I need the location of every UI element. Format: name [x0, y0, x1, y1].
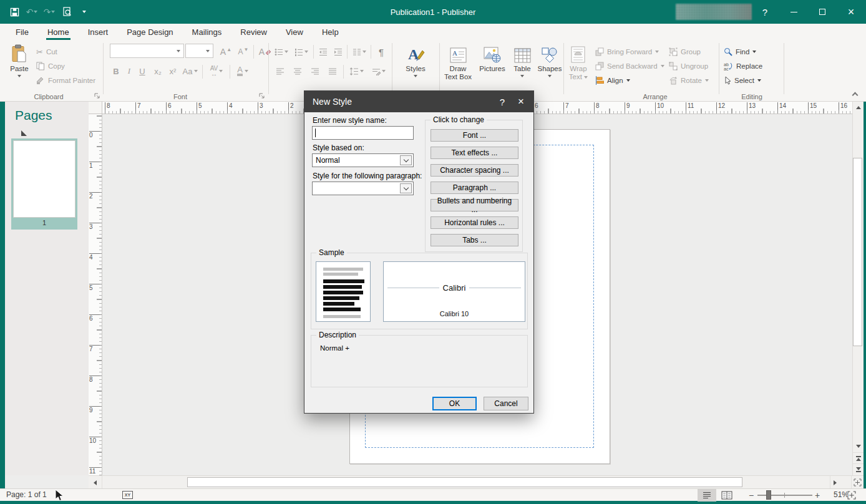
bullets-button[interactable] — [273, 44, 289, 59]
horizontal-rules-button[interactable]: Horizontal rules ... — [431, 216, 518, 229]
character-spacing-button[interactable]: AV↔ — [206, 64, 227, 79]
align-right-button[interactable] — [308, 64, 322, 79]
following-paragraph-combobox[interactable] — [312, 182, 414, 195]
paragraph-button[interactable]: Paragraph ... — [431, 182, 518, 194]
tab-page-design[interactable]: Page Design — [117, 24, 182, 40]
font-dialog-launcher[interactable] — [258, 92, 265, 99]
table-button[interactable]: Table — [510, 42, 534, 77]
tab-home[interactable]: Home — [38, 24, 79, 40]
underline-button[interactable]: U — [136, 64, 148, 79]
clear-formatting-button[interactable]: A — [257, 44, 273, 59]
font-button[interactable]: Font ... — [431, 129, 518, 142]
style-based-on-combobox[interactable]: Normal — [312, 153, 414, 167]
scroll-left-button[interactable] — [89, 476, 102, 489]
align-left-button[interactable] — [273, 64, 287, 79]
page-indicator[interactable]: Page: 1 of 1 — [6, 490, 47, 499]
show-paragraph-marks-button[interactable]: ¶ — [374, 44, 388, 59]
shrink-font-button[interactable]: A▼ — [236, 44, 251, 59]
tab-review[interactable]: Review — [231, 24, 276, 40]
tab-view[interactable]: View — [276, 24, 313, 40]
scroll-up-button[interactable] — [853, 102, 864, 114]
ungroup-button[interactable]: Ungroup — [669, 59, 708, 73]
customize-qat-button[interactable] — [76, 3, 92, 21]
font-size-combobox[interactable] — [185, 44, 213, 58]
clipboard-dialog-launcher[interactable] — [94, 92, 100, 99]
scroll-down-button[interactable] — [853, 440, 864, 452]
grow-font-button[interactable]: A▲ — [218, 44, 233, 59]
tab-help[interactable]: Help — [313, 24, 348, 40]
object-position-icon[interactable]: XY — [122, 491, 133, 499]
columns-button[interactable] — [351, 44, 368, 59]
vertical-ruler[interactable]: 01234567891011 — [89, 114, 102, 475]
rotate-button[interactable]: Rotate — [669, 74, 709, 87]
send-backward-button[interactable]: Send Backward — [595, 59, 664, 73]
combobox-dropdown-button[interactable] — [400, 183, 412, 193]
find-button[interactable]: Find — [724, 45, 756, 59]
align-button[interactable]: Align — [595, 74, 630, 87]
line-spacing-button[interactable] — [347, 64, 366, 79]
dialog-close-button[interactable]: × — [511, 91, 531, 112]
paragraph-shading-button[interactable] — [369, 64, 388, 79]
subscript-button[interactable]: x₂ — [151, 64, 165, 79]
tab-insert[interactable]: Insert — [79, 24, 118, 40]
copy-button[interactable]: Copy — [36, 59, 65, 73]
two-page-spread-view-button[interactable] — [718, 489, 736, 502]
group-button[interactable]: Group — [669, 45, 701, 59]
shapes-button[interactable]: Shapes — [535, 42, 564, 77]
styles-button[interactable]: A Styles — [398, 42, 433, 77]
decrease-indent-button[interactable] — [317, 44, 329, 59]
ok-button[interactable]: OK — [432, 397, 477, 410]
draw-text-box-button[interactable]: A Draw Text Box — [442, 42, 474, 81]
maximize-button[interactable] — [808, 0, 837, 24]
tabs-button[interactable]: Tabs ... — [431, 234, 518, 246]
cut-button[interactable]: ✂Cut — [36, 45, 57, 59]
tab-file[interactable]: File — [6, 24, 38, 40]
combobox-dropdown-button[interactable] — [400, 155, 412, 165]
bullets-and-numbering-button[interactable]: Bullets and numbering ... — [431, 199, 518, 211]
font-color-button[interactable]: A — [233, 64, 252, 79]
zoom-slider-thumb[interactable] — [766, 490, 771, 500]
justify-button[interactable] — [326, 64, 339, 79]
numbering-button[interactable] — [293, 44, 309, 59]
zoom-out-button[interactable]: − — [746, 490, 756, 500]
change-case-button[interactable]: Aa — [181, 64, 200, 79]
fit-page-corner-button[interactable] — [851, 476, 864, 489]
bring-forward-button[interactable]: Bring Forward — [595, 45, 659, 59]
wrap-text-button[interactable]: Wrap Text — [565, 42, 591, 81]
superscript-button[interactable]: x² — [166, 64, 180, 79]
dialog-help-button[interactable]: ? — [492, 91, 512, 112]
format-painter-button[interactable]: Format Painter — [36, 74, 95, 87]
next-page-button[interactable] — [853, 463, 864, 475]
align-center-button[interactable] — [291, 64, 304, 79]
replace-button[interactable]: abac Replace — [724, 59, 762, 73]
minimize-button[interactable] — [779, 0, 808, 24]
fit-page-button[interactable] — [841, 490, 862, 501]
close-button[interactable]: × — [837, 0, 865, 24]
horizontal-scroll-thumb[interactable] — [187, 477, 742, 487]
previous-page-button[interactable] — [853, 452, 864, 464]
select-button[interactable]: Select — [724, 74, 761, 87]
undo-button[interactable]: ↶ — [24, 3, 40, 21]
save-button[interactable] — [6, 3, 22, 21]
paste-button[interactable]: Paste — [5, 42, 34, 77]
print-preview-button[interactable] — [59, 3, 75, 21]
pictures-button[interactable]: Pictures — [475, 42, 509, 73]
page-thumbnail[interactable]: 1 — [11, 138, 77, 230]
text-effects-button[interactable]: Text effects ... — [431, 147, 518, 159]
collapse-pages-panel-button[interactable] — [21, 130, 27, 136]
scroll-right-button[interactable] — [830, 476, 840, 489]
font-name-combobox[interactable] — [110, 44, 184, 58]
horizontal-scrollbar[interactable] — [89, 475, 864, 488]
bold-button[interactable]: B — [110, 64, 122, 79]
style-name-input[interactable] — [312, 126, 414, 140]
cancel-button[interactable]: Cancel — [484, 397, 528, 410]
italic-button[interactable]: I — [124, 64, 135, 79]
increase-indent-button[interactable] — [332, 44, 344, 59]
character-spacing-dialog-button[interactable]: Character spacing ... — [431, 164, 518, 177]
tab-mailings[interactable]: Mailings — [183, 24, 231, 40]
single-page-view-button[interactable] — [698, 489, 716, 502]
help-button[interactable]: ? — [751, 0, 779, 24]
redo-button[interactable]: ↷ — [41, 3, 57, 21]
zoom-in-button[interactable]: + — [812, 490, 822, 500]
vertical-scroll-thumb[interactable] — [853, 158, 862, 346]
